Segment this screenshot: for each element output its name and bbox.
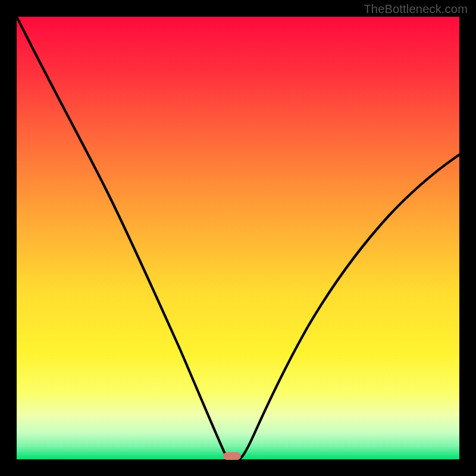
bottleneck-curve [17,17,459,459]
optimal-marker [223,452,241,460]
chart-container: TheBottleneck.com [0,0,476,476]
plot-area [17,17,459,459]
watermark-text: TheBottleneck.com [364,2,468,16]
